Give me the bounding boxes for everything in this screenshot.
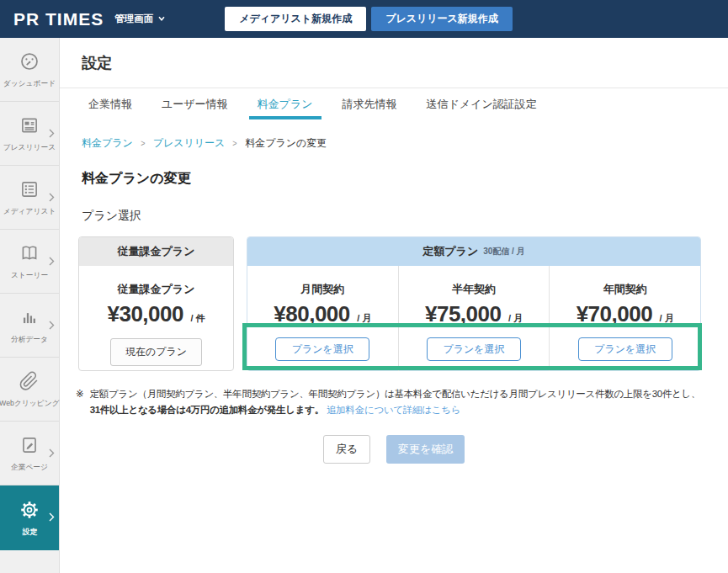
confirm-change-button[interactable]: 変更を確認	[386, 435, 465, 464]
sidebar-item-label: メディアリスト	[3, 206, 56, 216]
prtimes-logo[interactable]: PR TIMES	[13, 9, 104, 29]
company-page-icon	[19, 434, 40, 456]
half-year-price: ¥75,000	[425, 301, 501, 326]
yearly-price: ¥70,000	[577, 301, 652, 326]
half-year-contract-name: 半年契約	[399, 282, 550, 297]
app-root: PR TIMES 管理画面 メディアリスト新規作成 プレスリリース新規作成 ダッ…	[0, 0, 728, 573]
plan-select-label: プラン選択	[82, 209, 728, 224]
chevron-right-icon	[49, 318, 55, 333]
settings-tabs: 企業情報 ユーザー情報 料金プラン 請求先情報 送信ドメイン認証設定	[60, 88, 728, 119]
create-press-release-button[interactable]: プレスリリース新規作成	[371, 7, 513, 31]
breadcrumb-pricing-plan[interactable]: 料金プラン	[82, 136, 133, 151]
chevron-right-icon	[49, 510, 55, 525]
yearly-contract-name: 年間契約	[550, 282, 700, 297]
monthly-contract-name: 月間契約	[247, 282, 398, 297]
press-release-icon	[19, 114, 40, 136]
monthly-price: ¥80,000	[274, 301, 349, 326]
back-button[interactable]: 戻る	[323, 435, 370, 464]
sidebar-item-label: 設定	[22, 527, 36, 537]
sidebar-item-analytics[interactable]: 分析データ	[0, 294, 59, 358]
current-plan-button[interactable]: 現在のプラン	[110, 338, 202, 366]
sidebar: ダッシュボード プレスリリース メディアリスト	[0, 38, 60, 573]
settings-icon	[19, 499, 40, 521]
half-year-contract-column: 半年契約 ¥75,000 / 月 プランを選択	[399, 266, 550, 371]
plan-cards: 従量課金プラン 従量課金プラン ¥30,000 / 件 現在のプラン 定額プラン…	[78, 236, 702, 371]
breadcrumb-press-release[interactable]: プレスリリース	[153, 136, 226, 151]
payg-card-header: 従量課金プラン	[79, 237, 233, 266]
chevron-down-icon	[157, 14, 166, 24]
analytics-icon	[19, 306, 40, 328]
yearly-price-unit: / 月	[660, 313, 674, 323]
select-half-year-plan-button[interactable]: プランを選択	[427, 337, 521, 361]
sidebar-item-story[interactable]: ストーリー	[0, 230, 59, 294]
sidebar-item-label: 企業ページ	[11, 462, 48, 472]
sidebar-item-label: 分析データ	[11, 334, 48, 344]
monthly-price-unit: / 月	[357, 313, 371, 323]
breadcrumb-current: 料金プランの変更	[245, 136, 327, 151]
chevron-right-icon	[49, 126, 55, 141]
web-clipping-icon	[19, 370, 40, 392]
payg-price: ¥30,000	[107, 301, 183, 326]
admin-menu[interactable]: 管理画面	[114, 13, 166, 25]
subscription-card-header: 定額プラン 30配信 / 月	[247, 237, 700, 266]
note-line2: 31件以上となる場合は4万円の追加料金が発生します。 追加料金について詳細はこち…	[90, 402, 701, 418]
top-navbar: PR TIMES 管理画面 メディアリスト新規作成 プレスリリース新規作成	[0, 0, 728, 38]
sidebar-item-dashboard[interactable]: ダッシュボード	[0, 38, 59, 102]
bottom-actions: 戻る 変更を確認	[60, 435, 728, 464]
note-line2-bold: 31件以上となる場合は4万円の追加料金が発生します。	[90, 405, 324, 415]
note-marker: ※	[76, 386, 84, 418]
page-heading: 料金プランの変更	[82, 170, 728, 188]
sidebar-item-web-clipping[interactable]: Webクリッピング	[0, 358, 59, 422]
sidebar-item-label: プレスリリース	[3, 142, 56, 152]
yearly-contract-column: 年間契約 ¥70,000 / 月 プランを選択	[550, 266, 700, 371]
yearly-price-row: ¥70,000 / 月	[550, 301, 700, 327]
sidebar-item-company-page[interactable]: 企業ページ	[0, 422, 59, 485]
select-monthly-plan-button[interactable]: プランを選択	[275, 337, 369, 361]
sidebar-item-press-release[interactable]: プレスリリース	[0, 102, 59, 166]
tab-company-info[interactable]: 企業情報	[80, 88, 141, 119]
breadcrumb: 料金プラン プレスリリース 料金プランの変更	[82, 136, 728, 151]
half-year-price-row: ¥75,000 / 月	[399, 301, 550, 327]
sidebar-item-label: ダッシュボード	[3, 78, 56, 88]
monthly-contract-column: 月間契約 ¥80,000 / 月 プランを選択	[247, 266, 399, 371]
breadcrumb-separator-icon	[141, 138, 145, 148]
admin-menu-label: 管理画面	[114, 13, 153, 25]
payg-plan-name: 従量課金プラン	[79, 282, 233, 297]
subscription-header-note: 30配信 / 月	[483, 246, 524, 257]
select-yearly-plan-button[interactable]: プランを選択	[578, 337, 672, 361]
tab-pricing-plan[interactable]: 料金プラン	[249, 88, 321, 119]
chevron-right-icon	[49, 190, 55, 205]
subscription-plan-card: 定額プラン 30配信 / 月 月間契約 ¥80,000 / 月 プランを選択 半…	[247, 236, 701, 371]
sidebar-item-settings[interactable]: 設定	[0, 485, 59, 550]
monthly-price-row: ¥80,000 / 月	[247, 301, 398, 327]
note-line1: 定額プラン（月間契約プラン、半年間契約プラン、年間契約プラン）は基本料金で配信い…	[90, 386, 701, 402]
main-content: 設定 企業情報 ユーザー情報 料金プラン 請求先情報 送信ドメイン認証設定 料金…	[60, 38, 728, 573]
payg-price-unit: / 件	[190, 313, 205, 323]
tab-billing-info[interactable]: 請求先情報	[334, 88, 406, 119]
breadcrumb-separator-icon	[233, 138, 237, 148]
pricing-note: ※ 定額プラン（月間契約プラン、半年間契約プラン、年間契約プラン）は基本料金で配…	[76, 386, 728, 418]
tab-sending-domain-auth[interactable]: 送信ドメイン認証設定	[418, 88, 545, 119]
sidebar-item-label: ストーリー	[11, 270, 48, 280]
page-title: 設定	[82, 53, 728, 73]
chevron-right-icon	[49, 254, 55, 269]
tab-user-info[interactable]: ユーザー情報	[153, 88, 236, 119]
note-text: 定額プラン（月間契約プラン、半年間契約プラン、年間契約プラン）は基本料金で配信い…	[90, 386, 701, 418]
half-year-price-unit: / 月	[508, 313, 523, 323]
subscription-columns: 月間契約 ¥80,000 / 月 プランを選択 半年契約 ¥75,000 / 月	[247, 266, 700, 371]
payg-plan-card: 従量課金プラン 従量課金プラン ¥30,000 / 件 現在のプラン	[78, 236, 234, 371]
story-icon	[19, 242, 40, 264]
sidebar-item-label: Webクリッピング	[0, 398, 60, 408]
dashboard-icon	[19, 50, 40, 72]
create-media-list-button[interactable]: メディアリスト新規作成	[225, 7, 366, 31]
payg-price-row: ¥30,000 / 件	[79, 301, 233, 327]
additional-fee-details-link[interactable]: 追加料金について詳細はこちら	[327, 405, 460, 415]
sidebar-item-media-list[interactable]: メディアリスト	[0, 166, 59, 230]
navbar-actions: メディアリスト新規作成 プレスリリース新規作成	[225, 7, 513, 31]
media-list-icon	[19, 178, 40, 200]
chevron-right-icon	[49, 446, 55, 461]
payg-card-body: 従量課金プラン ¥30,000 / 件 現在のプラン	[79, 266, 233, 366]
subscription-header-title: 定額プラン	[422, 244, 478, 259]
